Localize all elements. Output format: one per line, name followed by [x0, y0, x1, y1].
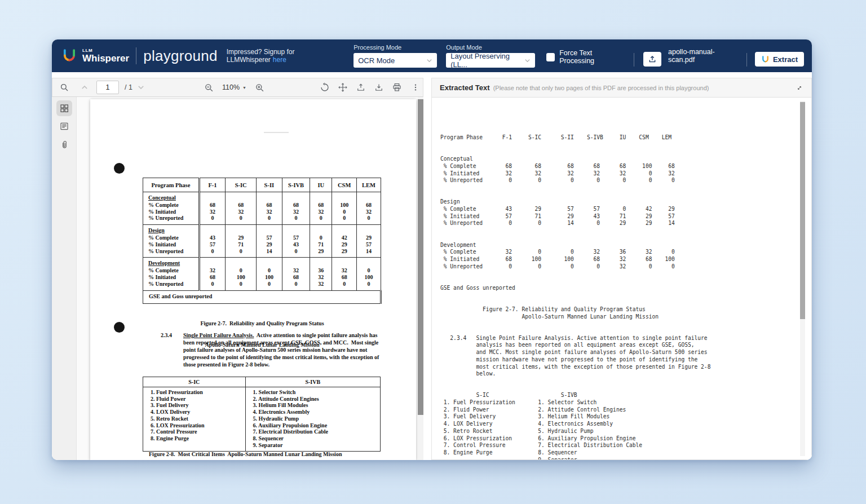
- pdf-table-value-cell: 43570: [199, 225, 226, 258]
- punch-hole: [114, 322, 125, 333]
- extracted-text-panel: Extracted Text (Please note that only tw…: [431, 78, 812, 460]
- outline-panel-icon[interactable]: [56, 118, 72, 134]
- main-content: / 1 110% ▼: [52, 72, 812, 460]
- pdf-table2-list-cell: 1. Selector Switch2. Attitude Control En…: [245, 387, 380, 452]
- pdf-page: Program PhaseF-1S-ICS-IIS-IVBIUCSMLEM Co…: [90, 99, 416, 460]
- pdf-table-value-cell: 32680: [199, 258, 226, 290]
- pdf-table-phase-cell: Conceptual% Complete% Initiated% Unrepor…: [143, 192, 200, 225]
- output-mode-value: Layout Preserving (LL...: [450, 52, 524, 69]
- critical-item: 6. LOX Pressurization: [151, 422, 245, 429]
- zoom-level-dropdown[interactable]: 110% ▼: [222, 78, 246, 96]
- app-header: LLM Whisperer playground Impressed? Sign…: [52, 39, 812, 72]
- llmwhisperer-logo-icon: [61, 47, 78, 64]
- critical-item: 1. Fuel Pressurization: [151, 389, 245, 396]
- punch-hole: [114, 163, 125, 174]
- app-window: LLM Whisperer playground Impressed? Sign…: [52, 39, 812, 460]
- pdf-viewer-toolbar: / 1 110% ▼: [52, 78, 423, 97]
- checkbox-icon[interactable]: [546, 53, 555, 61]
- critical-item: 2. Fluid Power: [151, 396, 245, 403]
- pdf-table-value-cell: 68320: [282, 192, 310, 225]
- figure-2-8-caption: Figure 2-8. Most Critical Items Apollo-S…: [149, 451, 342, 457]
- critical-item: 7. Electrical Distribution Cable: [253, 428, 380, 435]
- pdf-table2-list-cell: 1. Fuel Pressurization2. Fluid Power3. F…: [143, 387, 246, 452]
- critical-item: 8. Sequencer: [253, 435, 380, 442]
- pdf-table2-column-header: S-IVB: [245, 377, 380, 387]
- pdf-table2-body-row: 1. Fuel Pressurization2. Fluid Power3. F…: [143, 387, 381, 452]
- brand-name-label: Whisperer: [82, 54, 129, 63]
- attachments-paperclip-icon[interactable]: [56, 136, 72, 152]
- print-icon[interactable]: [392, 78, 402, 96]
- critical-item: 2. Attitude Control Engines: [253, 396, 380, 403]
- pdf-scrollbar-thumb[interactable]: [418, 99, 423, 415]
- rotate-icon[interactable]: [320, 78, 330, 96]
- extracted-text-note: (Please note that only two pages of this…: [493, 85, 709, 91]
- more-options-kebab-icon[interactable]: [411, 78, 420, 96]
- extracted-text-header: Extracted Text (Please note that only tw…: [432, 78, 811, 98]
- upload-file-button[interactable]: [643, 52, 661, 67]
- figure-2-7-caption-line1: Figure 2-7. Reliability and Quality Prog…: [143, 320, 382, 328]
- output-mode-group: Output Mode Layout Preserving (LL...: [446, 44, 535, 68]
- pdf-table-value-cell: 01000: [257, 258, 282, 290]
- force-text-processing-label: Force Text Processing: [559, 49, 625, 65]
- pdf-table-value-cell: 32680: [282, 258, 310, 290]
- header-controls: Processing Mode OCR Mode Output Mode Lay…: [354, 44, 805, 68]
- force-text-processing-checkbox[interactable]: Force Text Processing: [546, 49, 625, 65]
- critical-item: 4. Electronics Assembly: [253, 409, 380, 415]
- chevron-down-icon: [524, 58, 531, 64]
- previous-page-chevron-up-icon[interactable]: [79, 78, 90, 96]
- pdf-table-value-cell: 572914: [257, 225, 282, 258]
- pdf-table-section-row: Development% Complete% Initiated% Unrepo…: [143, 258, 381, 290]
- pdf-sidebar: [52, 97, 77, 460]
- output-mode-select[interactable]: Layout Preserving (LL...: [446, 53, 535, 68]
- pdf-program-status-table: Program PhaseF-1S-ICS-IIS-IVBIUCSMLEM Co…: [143, 178, 382, 304]
- scan-artifact-line: [264, 132, 289, 133]
- download-icon[interactable]: [374, 78, 384, 96]
- zoom-in-icon[interactable]: [254, 78, 265, 96]
- caret-down-icon: ▼: [242, 86, 246, 90]
- extracted-scrollbar-thumb[interactable]: [800, 102, 805, 319]
- section-number: 2.3.4: [161, 331, 183, 368]
- thumbnails-panel-icon[interactable]: [56, 100, 72, 116]
- pdf-table-column-header: IU: [310, 178, 332, 192]
- critical-item: 8. Engine Purge: [151, 435, 245, 442]
- pdf-table-value-cell: 363232: [310, 258, 332, 290]
- pdf-viewer-pane: / 1 110% ▼: [52, 72, 430, 460]
- pdf-table-value-cell: 10000: [332, 192, 357, 225]
- extracted-text-body: Program Phase F-1 S-IC S-II S-IVB IU CSM…: [432, 98, 811, 459]
- pdf-table-value-cell: 07129: [310, 225, 332, 258]
- pan-move-icon[interactable]: [338, 78, 348, 96]
- pdf-table-column-header: S-IC: [226, 178, 257, 192]
- pdf-table2-header-row: S-ICS-IVB: [143, 377, 381, 387]
- pdf-table-phase-cell: Development% Complete% Initiated% Unrepo…: [143, 258, 200, 290]
- pdf-table-footer-row: GSE and Goss unreported: [143, 290, 381, 304]
- zoom-out-icon[interactable]: [204, 78, 214, 96]
- open-file-upload-icon[interactable]: [356, 78, 366, 96]
- pdf-vertical-scrollbar[interactable]: [418, 97, 423, 460]
- brand-llm-label: LLM: [82, 48, 129, 53]
- output-mode-label: Output Mode: [446, 44, 535, 51]
- signup-link[interactable]: here: [273, 56, 286, 64]
- extracted-vertical-scrollbar[interactable]: [800, 101, 805, 456]
- signup-tagline: Impressed? Signup for LLMWhispererhere: [227, 48, 354, 64]
- pdf-table-column-header: Program Phase: [143, 178, 200, 192]
- uploaded-filename: apollo-manual-scan.pdf: [668, 48, 737, 64]
- pdf-table-value-cell: 01000: [357, 258, 381, 290]
- pdf-table-value-cell: 32680: [332, 258, 357, 290]
- pdf-table-value-cell: 57430: [282, 225, 310, 258]
- critical-item: 3. Fuel Delivery: [151, 402, 245, 409]
- extract-button[interactable]: Extract: [755, 52, 804, 67]
- brand: LLM Whisperer: [61, 47, 129, 64]
- pdf-table-header-row: Program PhaseF-1S-ICS-IIS-IVBIUCSMLEM: [143, 178, 381, 192]
- page-number-input[interactable]: [96, 81, 119, 94]
- section-text: Single Point Failure Analysis. Active at…: [183, 331, 385, 368]
- pdf-canvas: Program PhaseF-1S-ICS-IIS-IVBIUCSMLEM Co…: [77, 97, 418, 460]
- pdf-table-column-header: F-1: [199, 178, 226, 192]
- product-title: playground: [143, 47, 218, 65]
- processing-mode-select[interactable]: OCR Mode: [354, 53, 437, 68]
- expand-panel-icon[interactable]: [796, 84, 803, 92]
- next-page-chevron-down-icon[interactable]: [135, 78, 147, 96]
- llmwhisperer-mini-logo-icon: [761, 55, 770, 64]
- search-icon[interactable]: [59, 78, 69, 96]
- critical-item: 6. Auxiliary Propulsion Engine: [253, 422, 380, 429]
- critical-item: 4. LOX Delivery: [151, 409, 245, 415]
